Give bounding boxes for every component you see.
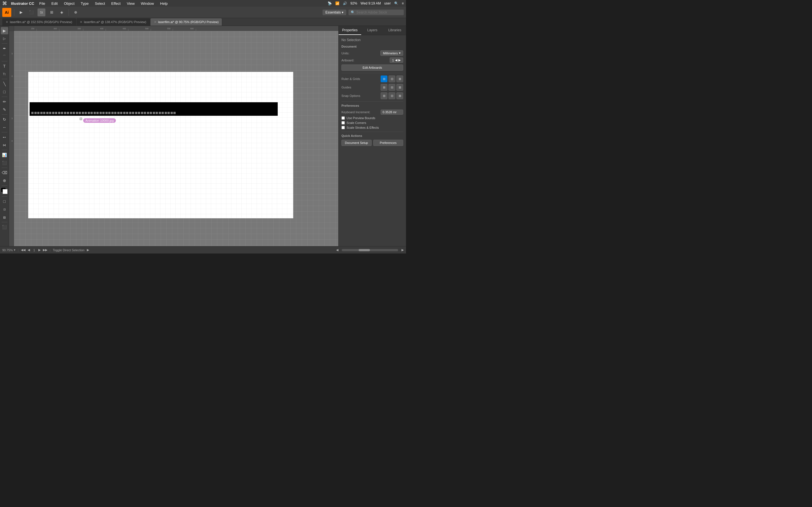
essentials-dropdown[interactable]: Essentials ▾ — [322, 10, 346, 15]
scale-corners-checkbox[interactable] — [342, 121, 345, 124]
canvas-document[interactable]: Animation 10000.jpg + — [14, 31, 338, 246]
arrange-btn[interactable]: ⊕ — [71, 8, 80, 16]
mode-btn[interactable]: ◈ — [58, 8, 66, 16]
keyboard-increment-input[interactable] — [380, 110, 403, 115]
artboard-options-btn[interactable]: ⬛ — [28, 8, 35, 16]
units-label: Units: — [342, 52, 349, 55]
hole — [108, 112, 110, 114]
artboard-next-btn[interactable]: ▶▶ — [43, 248, 47, 252]
rotate-tool[interactable]: ↻ — [1, 116, 8, 123]
snap-icon-2[interactable]: ⊟ — [389, 93, 395, 99]
paintbrush-tool[interactable]: ✏ — [1, 98, 8, 105]
guides-icon-2[interactable]: ⊟ — [389, 84, 395, 91]
tab-properties[interactable]: Properties — [339, 26, 361, 35]
artboard-number: 1 — [32, 248, 36, 252]
artboard-next-single[interactable]: ▶ — [38, 248, 41, 252]
tab-close-1[interactable]: ✕ — [80, 20, 82, 24]
hole — [132, 112, 134, 114]
document-view-btn[interactable]: ⊞ — [48, 8, 56, 16]
pen-tool[interactable]: ✒ — [1, 45, 8, 52]
toggle-direct-selection-label: Toggle Direct Selection — [53, 248, 85, 252]
pencil-tool[interactable]: ✎ — [1, 106, 8, 113]
tab-close-0[interactable]: ✕ — [6, 20, 8, 24]
menu-object[interactable]: Object — [63, 1, 76, 6]
scroll-right-btn[interactable]: ▶ — [402, 248, 404, 252]
hole — [126, 112, 128, 114]
draw-inside-btn[interactable]: ⊡ — [1, 206, 8, 213]
scroll-left-btn[interactable]: ◀ — [336, 248, 338, 252]
search-icon[interactable]: 🔍 — [394, 1, 398, 5]
normal-mode-btn[interactable]: □ — [1, 198, 8, 205]
menu-select[interactable]: Select — [94, 1, 106, 6]
document-setup-btn[interactable]: Document Setup — [342, 140, 371, 146]
tab-close-2[interactable]: ✕ — [154, 20, 156, 24]
guides-icon-3[interactable]: ⊠ — [396, 84, 403, 91]
preferences-btn[interactable]: Preferences — [373, 140, 403, 146]
artboard-prev-single[interactable]: ◀ — [28, 248, 30, 252]
menu-file[interactable]: File — [38, 1, 46, 6]
style-btn[interactable]: St — [38, 8, 45, 16]
guides-icon-1[interactable]: ⊞ — [380, 84, 388, 91]
snap-icon-1[interactable]: ⊞ — [380, 93, 388, 99]
menu-type[interactable]: Type — [80, 1, 90, 6]
tab-0[interactable]: ✕ laserfilm.ai* @ 152.55% (RGB/GPU Previ… — [2, 18, 76, 25]
apple-menu[interactable]: ⌘ — [2, 1, 7, 6]
menu-help[interactable]: Help — [159, 1, 169, 6]
zoom-tool[interactable]: ⊕ — [1, 177, 8, 184]
toggle-direct-selection-arrow[interactable]: ▶ — [87, 248, 89, 252]
column-graph-tool[interactable]: 📊 — [1, 151, 8, 159]
eraser-tool[interactable]: ⌫ — [1, 169, 8, 176]
screen-mode-btn[interactable]: ⬛ — [1, 223, 8, 231]
search-stock-field[interactable]: 🔍 — [349, 10, 404, 15]
canvas-area[interactable]: 250 300 350 400 450 500 550 600 5 — [9, 26, 338, 246]
tool-sep-7 — [2, 150, 7, 150]
line-tool[interactable]: ╲ — [1, 80, 8, 88]
tool-sep-5 — [2, 114, 7, 115]
ruler-icon-2[interactable]: ⊟ — [389, 75, 395, 82]
snap-icon-3[interactable]: ⊠ — [396, 93, 403, 99]
ruler-icon-3[interactable]: ⊠ — [396, 75, 403, 82]
rect-tool[interactable]: □ — [1, 88, 8, 96]
svg-text:400: 400 — [100, 27, 103, 30]
scale-strokes-checkbox[interactable] — [342, 126, 345, 129]
menu-edit[interactable]: Edit — [50, 1, 59, 6]
tab-layers[interactable]: Layers — [361, 26, 384, 35]
warp-tool[interactable]: ⋈ — [1, 142, 8, 149]
artboard[interactable]: Animation 10000.jpg + — [28, 72, 293, 218]
ruler-icon-1[interactable]: ⊞ — [380, 75, 388, 82]
svg-text:0: 0 — [11, 75, 13, 77]
artboard-tool[interactable]: ⬛ — [1, 159, 8, 166]
horizontal-scrollbar[interactable] — [342, 249, 398, 251]
menu-window[interactable]: Window — [140, 1, 155, 6]
tab-1[interactable]: ✕ laserfilm.ai* @ 138.47% (RGB/GPU Previ… — [77, 18, 150, 25]
clock: Wed 9:19 AM — [361, 1, 381, 5]
width-tool[interactable]: ⊷ — [1, 133, 8, 141]
artboard-dropdown[interactable]: 1 ◀ ▶ — [390, 57, 403, 63]
edit-artboards-btn[interactable]: Edit Artboards — [342, 64, 403, 71]
selection-tool-btn[interactable]: ▶ — [17, 8, 25, 16]
fill-stroke-btn[interactable]: ▨ — [1, 214, 8, 221]
menu-view[interactable]: View — [126, 1, 136, 6]
color-swatches[interactable] — [1, 187, 8, 194]
artboard-prev-btn[interactable]: ◀◀ — [21, 248, 26, 252]
reflect-tool[interactable]: ↔ — [1, 124, 8, 131]
search-stock-input[interactable] — [356, 10, 402, 14]
selection-tool[interactable]: ▶ — [1, 27, 8, 34]
use-preview-bounds-checkbox[interactable] — [342, 116, 345, 120]
curvature-tool[interactable]: ⌒ — [1, 53, 8, 60]
guides-icons: ⊞ ⊟ ⊠ — [380, 84, 403, 91]
type-tool[interactable]: T — [1, 62, 8, 70]
area-type-tool[interactable]: T⃞ — [1, 70, 8, 78]
tab-libraries[interactable]: Libraries — [384, 26, 406, 35]
control-center-icon[interactable]: ≡ — [402, 1, 404, 5]
snap-options-row: Snap Options ⊞ ⊟ ⊠ — [342, 93, 403, 99]
menu-effect[interactable]: Effect — [110, 1, 122, 6]
units-dropdown[interactable]: Millimeters ▾ — [380, 50, 403, 56]
film-strip[interactable] — [30, 102, 278, 116]
direct-selection-tool[interactable]: ▷ — [1, 35, 8, 42]
chevron-left-icon: ◀ — [395, 58, 397, 62]
tab-2[interactable]: ✕ laserfilm.ai* @ 90.75% (RGB/GPU Previe… — [151, 18, 222, 25]
hole — [141, 112, 143, 114]
tab-label-2: laserfilm.ai* @ 90.75% (RGB/GPU Preview) — [158, 20, 219, 24]
keyboard-increment-label: Keyboard Increment: — [342, 110, 370, 114]
